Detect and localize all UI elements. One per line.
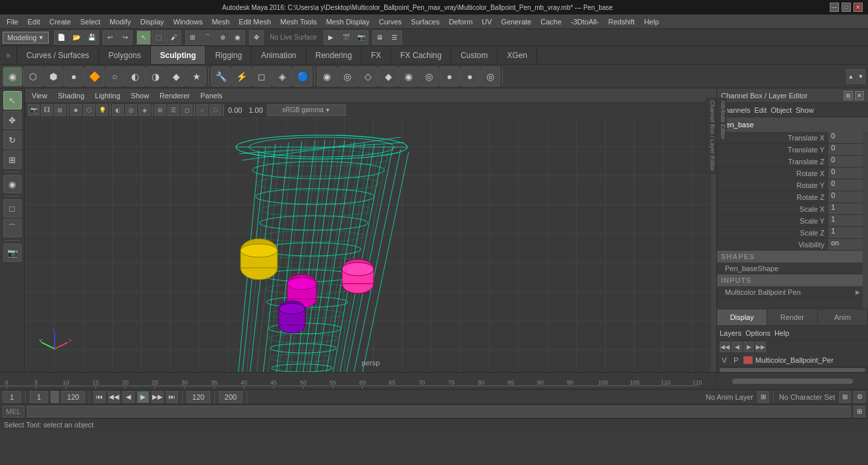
- menu-mesh[interactable]: Mesh: [208, 16, 233, 27]
- shelf-scroll-down[interactable]: ▼: [856, 69, 865, 84]
- tabs-collapse-icon[interactable]: ≡: [0, 46, 17, 64]
- tl-btn-play[interactable]: ▶: [137, 391, 149, 403]
- lt-move[interactable]: ✥: [3, 111, 22, 129]
- tb-hud[interactable]: ☰: [388, 30, 402, 45]
- shelf-icon-6[interactable]: ○: [105, 67, 125, 86]
- vc-sel-hlt[interactable]: ◻: [181, 104, 192, 116]
- menu-uv[interactable]: UV: [478, 16, 496, 27]
- shelf-icon-13[interactable]: ◻: [252, 67, 272, 86]
- tb-snap-grid[interactable]: ⊞: [185, 30, 200, 45]
- maximize-button[interactable]: □: [842, 3, 851, 12]
- vp-menu-lighting[interactable]: Lighting: [92, 91, 123, 100]
- lt-select[interactable]: ↖: [3, 91, 22, 109]
- layer-menu-help[interactable]: Help: [774, 329, 790, 337]
- tl-playback-thumb[interactable]: [51, 391, 59, 403]
- layer-btn-next[interactable]: ▶: [743, 342, 754, 352]
- vc-ao[interactable]: ◎: [125, 104, 137, 116]
- shapes-section-header[interactable]: SHAPES: [717, 251, 868, 263]
- shelf-icon-10[interactable]: ★: [187, 67, 206, 86]
- cb-tab-display[interactable]: Display: [717, 309, 767, 325]
- shelf-icon-20[interactable]: ◉: [399, 67, 419, 86]
- menu-3dtool[interactable]: -3DtoAll-: [567, 16, 603, 27]
- tl-btn-step-back[interactable]: ◀: [123, 391, 134, 403]
- menu-display[interactable]: Display: [136, 16, 168, 27]
- tab-sculpting[interactable]: Sculpting: [151, 46, 206, 64]
- shelf-icon-14[interactable]: ◈: [272, 67, 292, 86]
- tb-display[interactable]: 🖥: [372, 30, 387, 45]
- menu-file[interactable]: File: [3, 16, 22, 27]
- vc-heads-up[interactable]: ☰: [167, 104, 179, 116]
- vc-textured[interactable]: ⬡: [83, 104, 95, 116]
- tb-lasso[interactable]: ⬚: [152, 30, 166, 45]
- menu-curves[interactable]: Curves: [375, 16, 406, 27]
- vp-menu-panels[interactable]: Panels: [198, 91, 225, 100]
- tb-snap-proj[interactable]: ◉: [231, 30, 245, 45]
- tb-select[interactable]: ↖: [136, 30, 151, 45]
- tb-save[interactable]: 💾: [84, 30, 99, 45]
- tb-undo[interactable]: ↩: [103, 30, 117, 45]
- shelf-icon-4[interactable]: ●: [64, 67, 84, 86]
- timeline-scroll-bar[interactable]: [732, 379, 853, 384]
- tb-ipr[interactable]: 📷: [354, 30, 368, 45]
- inputs-section-header[interactable]: INPUTS: [717, 274, 868, 286]
- tl-frame-counter[interactable]: [30, 391, 48, 403]
- shelf-icon-23[interactable]: ●: [460, 67, 480, 86]
- mel-script-icon[interactable]: ⊞: [854, 406, 865, 418]
- lt-scale[interactable]: ⊞: [3, 150, 22, 169]
- layer-color-swatch[interactable]: [743, 356, 753, 364]
- lt-camera[interactable]: 📷: [3, 243, 22, 262]
- lt-soft-select[interactable]: ◉: [3, 175, 22, 193]
- layer-btn-next-next[interactable]: ▶▶: [755, 342, 766, 352]
- tab-polygons[interactable]: Polygons: [99, 46, 150, 64]
- shelf-icon-12[interactable]: ⚡: [231, 67, 251, 86]
- timeline-ruler[interactable]: 0 5 10 15 20 25 30 35 40 45 50 55 60 65 …: [0, 373, 716, 389]
- inputs-expand-icon[interactable]: ▶: [855, 289, 860, 295]
- minimize-button[interactable]: —: [830, 3, 839, 12]
- tb-new[interactable]: 📄: [54, 30, 69, 45]
- shelf-icon-15[interactable]: 🔵: [293, 67, 312, 86]
- mel-input[interactable]: [27, 406, 851, 418]
- vc-gamma-selector[interactable]: sRGB gamma ▼: [267, 104, 346, 116]
- lt-rotate[interactable]: ↻: [3, 131, 22, 149]
- tab-fx-caching[interactable]: FX Caching: [391, 46, 451, 64]
- tl-settings-btn[interactable]: ⚙: [854, 391, 865, 403]
- vc-film[interactable]: 🎞: [41, 104, 53, 116]
- shelf-icon-19[interactable]: ◆: [378, 67, 398, 86]
- cb-close-btn[interactable]: ✕: [855, 91, 864, 100]
- vp-menu-renderer[interactable]: Renderer: [157, 91, 192, 100]
- shelf-icon-16[interactable]: ◉: [317, 67, 337, 86]
- vc-lights[interactable]: 💡: [96, 104, 108, 116]
- menu-deform[interactable]: Deform: [445, 16, 477, 27]
- lt-rect-select[interactable]: □: [3, 199, 22, 218]
- close-button[interactable]: ✕: [854, 3, 863, 12]
- shelf-icon-1[interactable]: ◉: [3, 67, 22, 86]
- vc-grid[interactable]: ⊞: [154, 104, 166, 116]
- cb-tab-anim[interactable]: Anim: [818, 309, 868, 325]
- layer-btn-prev[interactable]: ◀: [732, 342, 742, 352]
- menu-create[interactable]: Create: [45, 16, 75, 27]
- tl-char-set-btn[interactable]: ⊞: [839, 391, 851, 403]
- layer-vis[interactable]: V: [720, 356, 729, 364]
- tl-range-end-1[interactable]: [61, 391, 85, 403]
- tab-curves-surfaces[interactable]: Curves / Surfaces: [17, 46, 99, 64]
- layer-row-1[interactable]: V P Multicolor_Ballpoint_Per: [717, 354, 868, 367]
- shelf-icon-18[interactable]: ◇: [358, 67, 378, 86]
- shelf-icon-8[interactable]: ◑: [146, 67, 165, 86]
- vc-camera[interactable]: 📷: [28, 104, 40, 116]
- shelf-icon-3[interactable]: ⬢: [43, 67, 63, 86]
- vc-shadow[interactable]: ◐: [112, 104, 124, 116]
- tl-total-frames[interactable]: [219, 391, 243, 403]
- vc-bndbox[interactable]: □: [210, 104, 221, 116]
- layer-scroll-bar[interactable]: [720, 368, 865, 372]
- tab-custom[interactable]: Custom: [451, 46, 498, 64]
- tb-render1[interactable]: ▶: [324, 30, 338, 45]
- vc-wire[interactable]: ⊞: [54, 104, 66, 116]
- tb-paint[interactable]: 🖌: [167, 30, 181, 45]
- shapes-item[interactable]: Pen_baseShape: [717, 263, 868, 274]
- menu-windows[interactable]: Windows: [169, 16, 207, 27]
- cb-menu-edit[interactable]: Edit: [754, 106, 767, 114]
- tl-btn-ffwd[interactable]: ⏭: [166, 391, 178, 403]
- shelf-scroll-up[interactable]: ▲: [846, 69, 855, 84]
- menu-edit-mesh[interactable]: Edit Mesh: [235, 16, 275, 27]
- tb-snap-point[interactable]: ⊕: [216, 30, 230, 45]
